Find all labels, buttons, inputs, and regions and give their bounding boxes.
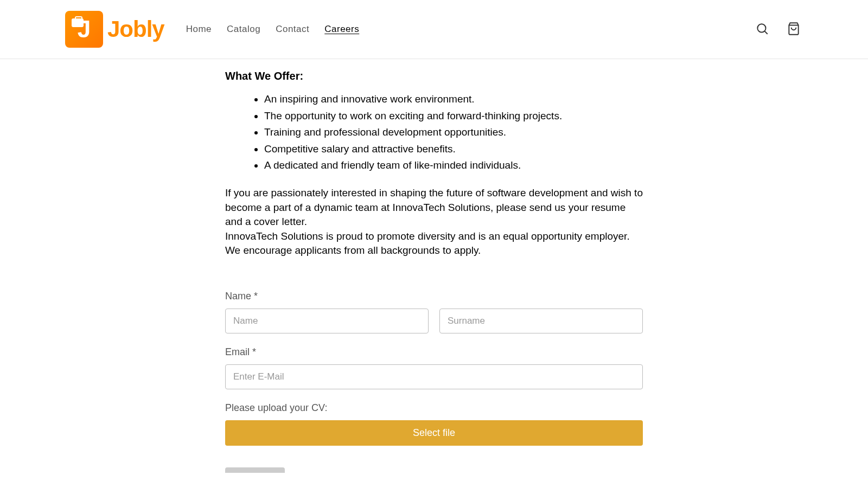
name-label: Name * <box>225 291 643 302</box>
logo-text: Jobly <box>107 16 164 42</box>
svg-point-0 <box>757 24 765 32</box>
name-input[interactable] <box>225 309 429 333</box>
search-button[interactable] <box>753 20 771 40</box>
header: J Jobly Home Catalog Contact Careers <box>0 0 868 59</box>
main-content: What We Offer: An inspiring and innovati… <box>225 59 643 488</box>
submit-button-partial[interactable] <box>225 467 285 473</box>
surname-input[interactable] <box>439 309 643 333</box>
email-input[interactable] <box>225 364 643 389</box>
select-file-button[interactable]: Select file <box>225 420 643 446</box>
application-form: Name * Email * Please upload your CV: Se… <box>225 291 643 473</box>
offer-item: An inspiring and innovative work environ… <box>264 92 643 107</box>
cart-button[interactable] <box>784 20 803 40</box>
cart-icon <box>787 22 801 36</box>
upload-label: Please upload your CV: <box>225 402 643 414</box>
email-label: Email * <box>225 346 643 358</box>
offer-item: A dedicated and friendly team of like-mi… <box>264 158 643 173</box>
name-row <box>225 309 643 333</box>
offer-item: Competitive salary and attractive benefi… <box>264 142 643 157</box>
search-icon <box>755 22 769 36</box>
nav-careers[interactable]: Careers <box>324 24 359 35</box>
offer-item: The opportunity to work on exciting and … <box>264 109 643 124</box>
logo-icon: J <box>65 11 103 48</box>
header-actions <box>753 20 803 40</box>
offer-heading: What We Offer: <box>225 70 643 82</box>
offer-list: An inspiring and innovative work environ… <box>225 92 643 173</box>
logo[interactable]: J Jobly <box>65 11 164 48</box>
briefcase-icon <box>72 18 84 27</box>
closing-paragraph-1: If you are passionately interested in sh… <box>225 186 643 229</box>
nav-catalog[interactable]: Catalog <box>227 24 260 35</box>
offer-item: Training and professional development op… <box>264 125 643 140</box>
nav-contact[interactable]: Contact <box>276 24 309 35</box>
svg-line-1 <box>764 31 767 34</box>
closing-paragraph-2: InnovaTech Solutions is proud to promote… <box>225 229 643 258</box>
nav-home[interactable]: Home <box>186 24 212 35</box>
main-nav: Home Catalog Contact Careers <box>186 24 753 35</box>
